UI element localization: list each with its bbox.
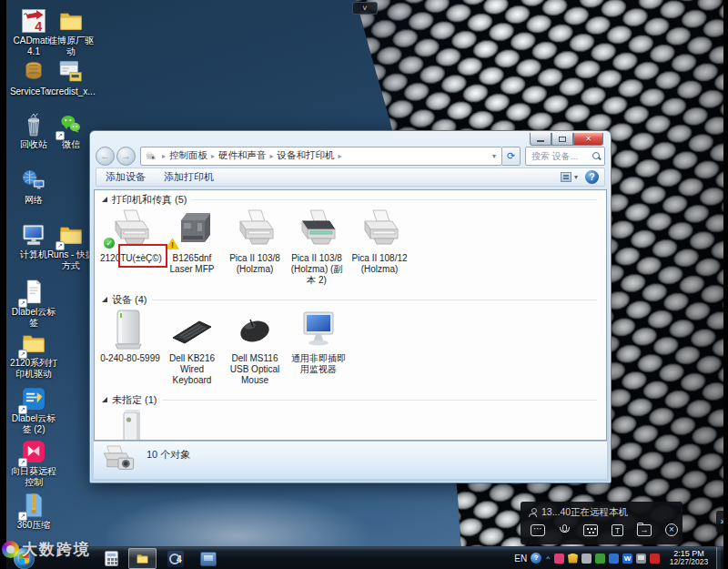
printer-item-b1265dnf[interactable]: ! B1265dnf Laser MFP <box>162 208 222 275</box>
add-device-button[interactable]: 添加设备 <box>96 170 155 184</box>
tray-blue-app-icon[interactable] <box>609 554 619 564</box>
desktop-icon-label: 向日葵远程控制 <box>9 466 58 487</box>
tray-sunlogin-icon[interactable] <box>554 554 564 564</box>
folder-icon: ↗ <box>57 221 85 249</box>
wechat-icon: ↗ <box>57 111 85 138</box>
folder-icon <box>57 7 85 35</box>
group-header-unspecified[interactable]: 未指定 (1) <box>102 393 597 406</box>
forward-button[interactable]: → <box>116 147 136 166</box>
breadcrumb-hardware-and-sound[interactable]: 硬件和声音 <box>217 149 268 162</box>
document-icon: ↗ <box>20 279 47 306</box>
default-printer-check-icon: ✓ <box>103 237 116 249</box>
printer-item-pica-108-12[interactable]: Pica II 108/12 (Holzma) <box>349 208 410 275</box>
sunlogin-icon: ↗ <box>20 438 47 465</box>
printer-item-pica-103-8[interactable]: Pica II 103/8 (Holzma) <box>225 208 285 275</box>
search-icon <box>592 152 601 160</box>
desktop-icon-label: 360压缩 <box>9 520 58 531</box>
remote-control-panel: 13...40正在远程本机 ⋯ T → × <box>521 502 682 544</box>
taskbar-button-remote-app[interactable] <box>194 548 222 569</box>
address-dropdown-icon[interactable]: ▾ <box>490 152 498 160</box>
printer-label: Pica II 103/8 (Holzma) <box>225 253 285 275</box>
zip-archive-icon: ↗ <box>20 492 47 519</box>
desktop-icon-runs-shortcut[interactable]: ↗ Runs - 快捷方式 <box>46 221 96 270</box>
maximize-icon <box>559 137 566 142</box>
installer-icon <box>57 58 85 86</box>
desktop-icon-label: Runs - 快捷方式 <box>46 249 96 270</box>
remote-app-icon <box>200 552 217 566</box>
network-status-icon[interactable] <box>636 554 646 564</box>
taskbar-button-cadmatic[interactable]: 4 <box>161 548 189 569</box>
view-options-button[interactable]: ▾ <box>555 172 583 182</box>
device-item-drive[interactable]: 0-240-80-5999 <box>100 308 160 364</box>
show-desktop-button[interactable] <box>716 547 721 569</box>
desktop-icon-gainscha-driver[interactable]: 佳博原厂驱动 <box>46 7 96 56</box>
remote-file-transfer-icon[interactable]: → <box>637 524 652 536</box>
taskbar-button-calculator[interactable] <box>97 548 126 569</box>
desktop-icon-label: Dlabel云标签 <box>9 307 58 328</box>
remote-microphone-icon[interactable] <box>559 524 570 536</box>
printer-icon <box>230 208 279 251</box>
printer-label: B1265dnf Laser MFP <box>162 253 222 275</box>
search-input[interactable] <box>530 150 592 162</box>
maximize-button[interactable] <box>551 133 573 146</box>
add-printer-button[interactable]: 添加打印机 <box>155 170 223 184</box>
computer-icon <box>20 221 47 249</box>
external-drive-icon <box>106 308 155 351</box>
close-button[interactable]: ✕ <box>573 133 603 146</box>
shortcut-arrow-icon: ↗ <box>18 350 27 359</box>
folder-icon: ↗ <box>20 330 47 357</box>
printer-item-pica-103-8-copy2[interactable]: Pica II 103/8 (Holzma) (副本 2) <box>287 208 347 285</box>
remote-panel-expand-chevron[interactable]: » <box>716 511 723 533</box>
location-icon <box>145 150 157 162</box>
desktop-icon-network[interactable]: 网络 <box>9 167 58 206</box>
remote-disconnect-icon[interactable]: × <box>665 523 678 536</box>
group-title: 设备 (4) <box>112 293 147 307</box>
collapsed-widget-chevron[interactable]: ˅ <box>352 2 378 15</box>
group-header-printers[interactable]: 打印机和传真 (5) <box>102 193 597 206</box>
device-item-mouse[interactable]: Dell MS116 USB Optical Mouse <box>225 308 285 385</box>
tray-green-app-icon[interactable] <box>595 554 605 564</box>
back-button[interactable]: ← <box>96 147 115 166</box>
folder-icon <box>134 552 151 565</box>
tray-shield-icon[interactable] <box>568 554 578 564</box>
tray-usb-icon[interactable] <box>581 554 592 564</box>
remote-keyboard-icon[interactable] <box>583 524 598 536</box>
desktop-icon-wechat[interactable]: ↗ 微信 <box>46 111 96 150</box>
caption-buttons: ✕ <box>530 133 603 146</box>
refresh-button[interactable]: ⟳ <box>502 147 521 166</box>
minimize-button[interactable] <box>530 133 551 146</box>
breadcrumb-separator: ▸ <box>159 152 168 160</box>
desktop-icon-dlabel[interactable]: ↗ Dlabel云标签 <box>9 279 58 328</box>
shortcut-arrow-icon: ↗ <box>56 241 65 250</box>
device-item-monitor[interactable]: 通用非即插即用监视器 <box>288 308 349 375</box>
desktop-icon-vcredist[interactable]: vcredist_x... <box>46 58 96 97</box>
language-indicator[interactable]: EN <box>514 554 527 564</box>
start-button[interactable] <box>14 548 35 569</box>
help-button[interactable]: ? <box>585 170 599 184</box>
address-bar[interactable]: ▸ 控制面板 ▸ 硬件和声音 ▸ 设备和打印机 ▸ ▾ <box>140 147 502 166</box>
taskbar-button-explorer[interactable] <box>128 548 157 569</box>
device-item-keyboard[interactable]: Dell KB216 Wired Keyboard <box>162 308 222 385</box>
desktop-icon-dlabel-2[interactable]: ↗ Dlabel云标签 (2) <box>9 385 58 434</box>
clock[interactable]: 2:15 PM 12/27/2023 <box>665 549 713 567</box>
monitor-icon <box>294 308 343 351</box>
devices-and-printers-window: ✕ ← → ▸ 控制面板 ▸ 硬件和声音 ▸ 设备和打印机 ▸ ▾ ⟳ <box>89 130 612 483</box>
remote-text-tool-icon[interactable]: T <box>612 524 623 536</box>
unspecified-device-item[interactable] <box>100 408 160 441</box>
breadcrumb-devices-and-printers[interactable]: 设备和打印机 <box>277 149 336 162</box>
tray-w-app-icon[interactable]: W <box>622 554 632 564</box>
desktop-icon-2120-driver[interactable]: ↗ 2120系列打印机驱动 <box>9 330 58 379</box>
show-hidden-icons-button[interactable]: ^ <box>546 554 550 563</box>
search-box[interactable] <box>525 147 605 166</box>
remote-chat-icon[interactable]: ⋯ <box>531 524 545 536</box>
group-header-devices[interactable]: 设备 (4) <box>102 293 597 306</box>
printer-label: Pica II 103/8 (Holzma) (副本 2) <box>287 253 347 285</box>
red-annotation-box <box>118 244 167 268</box>
desktop-icon-sunlogin[interactable]: ↗ 向日葵远程控制 <box>9 438 58 487</box>
breadcrumb-control-panel[interactable]: 控制面板 <box>168 149 208 162</box>
shortcut-arrow-icon: ↗ <box>18 512 27 521</box>
tray-help-icon[interactable]: ? <box>531 553 541 564</box>
desktop-icon-360zip[interactable]: ↗ 360压缩 <box>9 492 58 531</box>
tray-red-app-icon[interactable] <box>650 554 660 564</box>
breadcrumb-separator: ▸ <box>336 152 345 160</box>
